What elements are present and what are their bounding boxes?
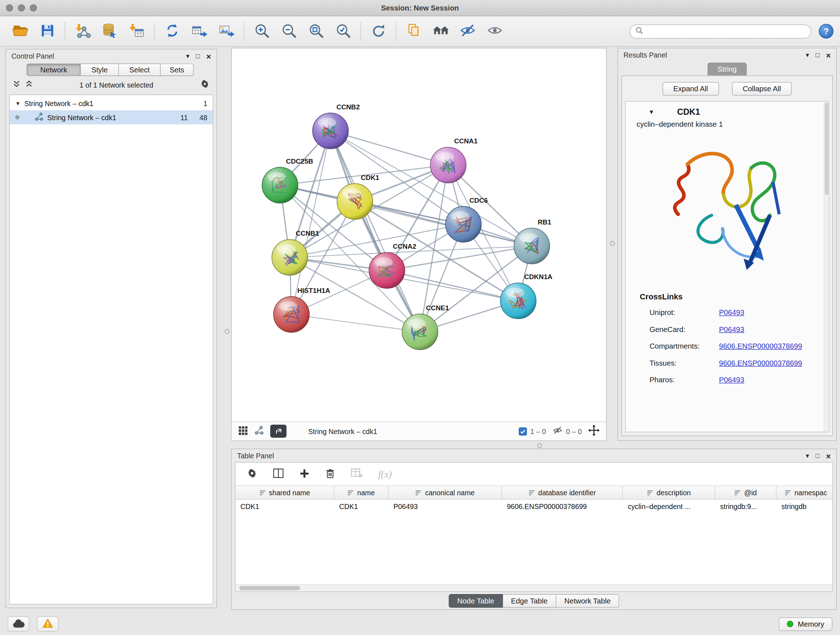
tab-sets[interactable]: Sets — [161, 64, 194, 76]
select-columns-icon[interactable] — [272, 468, 284, 481]
import-network-database-button[interactable] — [96, 19, 123, 43]
panel-menu-icon[interactable]: ▾ — [806, 453, 809, 459]
zoom-out-button[interactable] — [275, 19, 302, 43]
cell-shared-name[interactable]: CDK1 — [235, 502, 334, 510]
cell-description[interactable]: cyclin–dependent ... — [623, 502, 715, 510]
network-edge[interactable] — [331, 131, 448, 165]
copy-document-button[interactable] — [400, 19, 427, 43]
search-input[interactable] — [646, 27, 806, 35]
column-header-id[interactable]: @id — [715, 486, 777, 499]
panel-float-icon[interactable]: □ — [815, 52, 819, 58]
splitter-handle[interactable] — [537, 443, 542, 448]
tab-network[interactable]: Network — [27, 64, 81, 76]
network-node-CCNB2[interactable]: CCNB2 — [313, 103, 360, 149]
results-scrollbar[interactable] — [824, 102, 829, 432]
cell-database-identifier[interactable]: 9606.ENSP00000378699 — [502, 502, 623, 510]
export-image-button[interactable] — [213, 19, 240, 43]
add-column-icon[interactable] — [299, 468, 310, 480]
tab-node-table[interactable]: Node Table — [448, 594, 503, 608]
zoom-in-button[interactable] — [248, 19, 275, 43]
tab-style[interactable]: Style — [81, 64, 119, 76]
panel-menu-icon[interactable]: ▾ — [806, 52, 809, 58]
column-header-shared-name[interactable]: shared name — [235, 486, 334, 499]
tab-string[interactable]: String — [708, 63, 747, 76]
close-window-button[interactable] — [6, 4, 13, 11]
birdseye-icon[interactable] — [255, 426, 264, 437]
hide-selected-button[interactable] — [454, 19, 482, 43]
panel-close-icon[interactable]: × — [826, 51, 831, 59]
apply-layout-button[interactable] — [365, 19, 392, 43]
network-edge[interactable] — [387, 271, 518, 301]
network-edge[interactable] — [331, 131, 420, 332]
network-canvas[interactable]: CCNB2CCNA1CDC25BCDK1CDC6RB1CCNB1CCNA2CDK… — [232, 49, 606, 422]
delete-column-icon[interactable] — [325, 467, 336, 481]
gear-icon[interactable] — [200, 79, 210, 91]
tab-network-table[interactable]: Network Table — [556, 594, 619, 608]
new-network-button[interactable] — [158, 19, 186, 43]
expand-all-button[interactable]: Expand All — [662, 82, 719, 96]
network-node-CDKN1A[interactable]: CDKN1A — [500, 273, 553, 319]
import-network-file-button[interactable] — [69, 19, 96, 43]
column-header-name[interactable]: name — [334, 486, 388, 499]
column-header-canonical-name[interactable]: canonical name — [388, 486, 502, 499]
collapse-all-icon[interactable] — [13, 80, 21, 90]
tab-select[interactable]: Select — [119, 64, 161, 76]
tab-edge-table[interactable]: Edge Table — [503, 594, 556, 608]
selected-checkbox-icon[interactable] — [519, 427, 527, 435]
table-row[interactable]: CDK1 CDK1 P06493 9606.ENSP00000378699 cy… — [235, 500, 832, 513]
panel-float-icon[interactable]: □ — [815, 453, 819, 459]
collapse-all-button[interactable]: Collapse All — [732, 82, 792, 96]
zoom-window-button[interactable] — [30, 4, 37, 11]
expand-all-icon[interactable] — [25, 80, 33, 90]
collapse-arrow-icon[interactable]: ▼ — [649, 109, 654, 115]
show-all-button[interactable] — [482, 19, 508, 43]
memory-button[interactable]: Memory — [779, 617, 832, 631]
cell-namespace[interactable]: stringdb — [777, 502, 833, 510]
minimize-window-button[interactable] — [18, 4, 25, 11]
network-node-CCNB1[interactable]: CCNB1 — [272, 230, 319, 276]
toolbar-search[interactable] — [630, 24, 812, 38]
import-table-button[interactable] — [123, 19, 150, 43]
network-row[interactable]: String Network – cdk1 11 48 — [10, 111, 213, 125]
crosslink-uniprot[interactable]: P06493 — [719, 309, 745, 317]
hidden-eye-slash-icon[interactable] — [553, 426, 563, 437]
save-session-button[interactable] — [34, 19, 61, 43]
splitter-handle[interactable] — [225, 329, 230, 334]
table-gear-icon[interactable] — [246, 468, 258, 481]
network-edge[interactable] — [290, 257, 518, 301]
crosslink-compartments[interactable]: 9606.ENSP00000378699 — [719, 342, 802, 350]
network-node-RB1[interactable]: RB1 — [514, 218, 552, 264]
cell-name[interactable]: CDK1 — [334, 502, 388, 510]
panel-close-icon[interactable]: × — [206, 52, 211, 60]
warning-button[interactable] — [37, 616, 58, 632]
pan-crosshair-icon[interactable] — [588, 424, 600, 438]
network-node-HIST1H1A[interactable]: HIST1H1A — [273, 287, 330, 333]
protein-header-row[interactable]: ▼ CDK1 — [626, 102, 829, 120]
crosslink-tissues[interactable]: 9606.ENSP00000378699 — [719, 359, 802, 367]
column-header-namespace[interactable]: namespac — [777, 486, 833, 499]
panel-menu-icon[interactable]: ▾ — [186, 53, 189, 59]
network-edge[interactable] — [292, 315, 420, 332]
network-edge[interactable] — [355, 202, 532, 246]
network-node-CDC25B[interactable]: CDC25B — [262, 157, 313, 203]
network-node-CCNA1[interactable]: CCNA1 — [431, 137, 478, 183]
cell-id[interactable]: stringdb:9... — [715, 502, 777, 510]
tree-expander-icon[interactable]: ▼ — [15, 100, 21, 106]
crosslink-genecard[interactable]: P06493 — [719, 325, 745, 334]
panel-float-icon[interactable]: □ — [196, 53, 200, 59]
column-header-database-identifier[interactable]: database identifier — [502, 486, 623, 499]
panel-close-icon[interactable]: × — [826, 451, 831, 460]
network-collection-row[interactable]: ▼ String Network – cdk1 1 — [10, 96, 213, 111]
scrollbar-thumb[interactable] — [240, 586, 300, 591]
network-node-CDC6[interactable]: CDC6 — [446, 196, 488, 242]
column-header-description[interactable]: description — [623, 486, 715, 499]
cloud-button[interactable] — [8, 616, 29, 632]
help-button[interactable]: ? — [819, 24, 834, 39]
zoom-selected-button[interactable] — [330, 19, 357, 43]
zoom-fit-button[interactable] — [302, 19, 330, 43]
grid-view-icon[interactable] — [238, 425, 248, 437]
crosslink-pharos[interactable]: P06493 — [719, 376, 745, 384]
network-node-CCNA2[interactable]: CCNA2 — [369, 242, 416, 288]
homes-button[interactable] — [427, 19, 454, 43]
cell-canonical-name[interactable]: P06493 — [388, 502, 502, 510]
